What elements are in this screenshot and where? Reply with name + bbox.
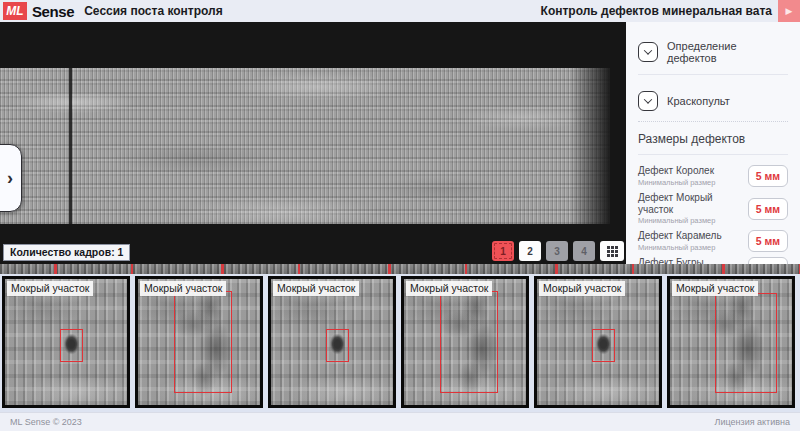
- defect-sizes-title: Размеры дефектов: [638, 132, 788, 146]
- divider: [638, 74, 788, 75]
- defect-thumbnail[interactable]: Мокрый участок: [401, 276, 529, 408]
- filmstrip-timeline: [0, 264, 800, 274]
- defect-bbox: [326, 329, 349, 362]
- defect-bbox: [715, 293, 777, 393]
- section-label: Определение дефектов: [667, 40, 788, 64]
- defect-name: Дефект Бугры: [638, 257, 715, 264]
- logo-ml-badge: ML: [3, 2, 27, 20]
- defect-bbox: [592, 329, 615, 362]
- frames-count-badge: Количество кадров: 1: [3, 244, 130, 261]
- defect-name: Дефект Мокрый участок: [638, 192, 748, 215]
- panorama-image: [0, 68, 610, 224]
- defect-size-value[interactable]: 5 мм: [748, 230, 788, 252]
- app-logo[interactable]: ML Sense: [3, 2, 74, 20]
- defect-bbox: [174, 291, 232, 393]
- panorama-right-fade: [570, 68, 610, 224]
- page-button-2[interactable]: 2: [519, 241, 541, 261]
- defect-name: Дефект Карамель: [638, 230, 722, 242]
- collapse-defect-detection-button[interactable]: [638, 42, 658, 62]
- defect-label: Мокрый участок: [273, 281, 359, 296]
- start-session-button[interactable]: ▶: [778, 0, 800, 22]
- defect-subtitle: Минимальный размер: [638, 216, 748, 225]
- expand-drawer-button[interactable]: ›: [0, 144, 22, 212]
- page-button-3[interactable]: 3: [546, 241, 568, 261]
- defect-name: Дефект Королек: [638, 165, 715, 177]
- top-bar: ML Sense Сессия поста контроля Контроль …: [0, 0, 800, 22]
- defect-size-row: Дефект Королек Минимальный размер 5 мм: [638, 165, 788, 187]
- defect-thumbnail[interactable]: Мокрый участок: [667, 276, 795, 408]
- footer: ML Sense © 2023 Лицензия активна: [0, 412, 800, 431]
- defect-label: Мокрый участок: [539, 281, 625, 296]
- page-button-4[interactable]: 4: [573, 241, 595, 261]
- copyright-text: ML Sense © 2023: [10, 417, 82, 427]
- section-spray-gun: Краскопульт: [638, 85, 788, 121]
- chevron-right-icon: ›: [3, 169, 13, 187]
- defect-size-value[interactable]: 5 мм: [748, 198, 788, 220]
- app-window: ML Sense Сессия поста контроля Контроль …: [0, 0, 800, 431]
- play-icon: ▶: [786, 7, 793, 16]
- defect-size-value[interactable]: 0 мм: [748, 257, 788, 264]
- defect-thumbnail[interactable]: Мокрый участок: [268, 276, 396, 408]
- defect-label: Мокрый участок: [672, 281, 758, 296]
- defect-thumbnail[interactable]: Мокрый участок: [534, 276, 662, 408]
- defect-size-value[interactable]: 5 мм: [748, 165, 788, 187]
- defect-bbox: [60, 329, 83, 362]
- logo-sense-text: Sense: [32, 3, 74, 20]
- section-label: Краскопульт: [667, 95, 730, 107]
- divider: [638, 154, 788, 155]
- license-status: Лицензия активна: [715, 417, 790, 427]
- defect-label: Мокрый участок: [140, 281, 226, 296]
- defect-label: Мокрый участок: [406, 281, 492, 296]
- defect-size-row: Дефект Карамель Минимальный размер 5 мм: [638, 230, 788, 252]
- defect-size-row: Дефект Мокрый участок Минимальный размер…: [638, 192, 788, 225]
- grid-icon: [607, 246, 618, 257]
- defect-label: Мокрый участок: [7, 281, 93, 296]
- section-defect-detection: Определение дефектов: [638, 34, 788, 74]
- divider: [638, 121, 788, 122]
- settings-sidebar: Определение дефектов Краскопульт Размеры…: [626, 22, 800, 264]
- frame-seam: [69, 68, 72, 224]
- defect-thumbnail[interactable]: Мокрый участок: [135, 276, 263, 408]
- session-title: Сессия поста контроля: [84, 4, 223, 18]
- control-title: Контроль дефектов минеральная вата: [541, 4, 778, 18]
- camera-viewer: › Количество кадров: 1 1 2 3 4: [0, 22, 626, 264]
- page-button-1[interactable]: 1: [492, 241, 514, 261]
- defect-subtitle: Минимальный размер: [638, 243, 722, 252]
- defect-bbox: [440, 291, 498, 393]
- defect-thumbnail[interactable]: Мокрый участок: [2, 276, 130, 408]
- chevron-down-icon: [644, 46, 652, 54]
- pagination: 1 2 3 4: [492, 241, 624, 261]
- defect-size-row: Дефект Бугры Минимальный размер 0 мм: [638, 257, 788, 264]
- collapse-spray-gun-button[interactable]: [638, 91, 658, 111]
- defect-thumbnails-row: Мокрый участок Мокрый участок Мокрый уча…: [0, 274, 800, 412]
- chevron-down-icon: [644, 95, 652, 103]
- grid-view-button[interactable]: [600, 241, 624, 261]
- defect-subtitle: Минимальный размер: [638, 178, 715, 187]
